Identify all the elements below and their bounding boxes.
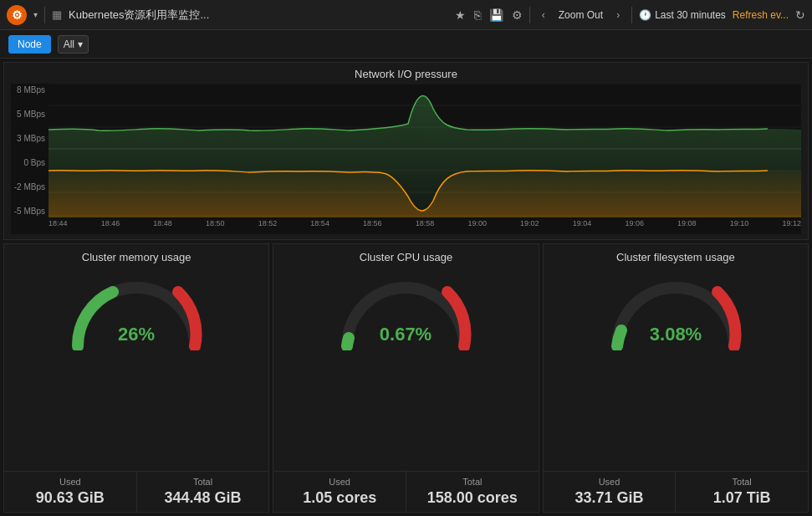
x-label-11: 19:06 <box>625 219 644 234</box>
y-label-5: -5 MBps <box>11 207 45 216</box>
cpu-gauge-svg: 0.67% <box>330 267 481 350</box>
y-label-2: 3 MBps <box>11 134 45 143</box>
fs-gauge-title: Cluster filesystem usage <box>616 251 735 263</box>
cpu-total-stat: Total 158.00 cores <box>406 472 539 512</box>
all-dropdown[interactable]: All ▾ <box>58 35 89 54</box>
x-label-0: 18:44 <box>49 219 68 234</box>
x-label-14: 19:12 <box>782 219 801 234</box>
memory-gauge-panel: Cluster memory usage 26% Used 90.63 GiB <box>3 243 269 513</box>
network-svg <box>49 84 801 217</box>
divider-3 <box>631 7 632 23</box>
chart-y-labels: 8 MBps 5 MBps 3 MBps 0 Bps -2 MBps -5 MB… <box>11 84 49 217</box>
dropdown-arrow-icon: ▾ <box>78 38 83 50</box>
memory-total-stat: Total 344.48 GiB <box>137 472 269 512</box>
fs-total-stat: Total 1.07 TiB <box>676 472 808 512</box>
divider-1 <box>44 7 45 23</box>
fs-used-label: Used <box>599 477 620 487</box>
all-label: All <box>64 38 74 50</box>
network-chart-panel: Network I/O pressure 8 MBps 5 MBps 3 MBp… <box>3 62 809 240</box>
cpu-gauge-container: 0.67% <box>330 267 481 350</box>
divider-2 <box>529 7 530 23</box>
chart-svg-area <box>49 84 801 217</box>
share-icon[interactable]: ⎘ <box>474 8 481 22</box>
zoom-forward-icon[interactable]: › <box>611 8 625 23</box>
network-chart-title: Network I/O pressure <box>11 68 801 80</box>
save-icon[interactable]: 💾 <box>489 8 503 22</box>
svg-text:0.67%: 0.67% <box>380 324 432 345</box>
zoom-controls: ‹ Zoom Out › <box>537 8 625 23</box>
network-chart-area: 8 MBps 5 MBps 3 MBps 0 Bps -2 MBps -5 MB… <box>11 84 801 234</box>
memory-used-stat: Used 90.63 GiB <box>4 472 137 512</box>
fs-total-label: Total <box>733 477 752 487</box>
x-label-4: 18:52 <box>258 219 278 234</box>
fs-gauge-container: 3.08% <box>600 267 751 350</box>
cpu-gauge-title: Cluster CPU usage <box>360 251 452 263</box>
x-label-1: 18:46 <box>101 219 120 234</box>
cpu-total-label: Total <box>462 477 482 487</box>
fs-total-value: 1.07 TiB <box>713 489 771 507</box>
memory-total-label: Total <box>193 477 212 487</box>
fs-used-stat: Used 33.71 GiB <box>544 472 677 512</box>
svg-text:26%: 26% <box>118 324 155 345</box>
memory-gauge-title: Cluster memory usage <box>82 251 192 263</box>
topbar-actions: ★ ⎘ 💾 ⚙ <box>455 8 523 22</box>
gauge-row: Cluster memory usage 26% Used 90.63 GiB <box>3 243 809 513</box>
topbar: ⚙ ▾ ▦ Kubernetes资源利用率监控... ★ ⎘ 💾 ⚙ ‹ Zoo… <box>0 0 812 30</box>
x-label-5: 18:54 <box>310 219 329 234</box>
memory-gauge-container: 26% <box>61 267 212 350</box>
cpu-gauge-panel: Cluster CPU usage 0.67% Used 1.05 cores <box>273 243 539 513</box>
y-label-4: -2 MBps <box>11 182 45 192</box>
dashboard-title: Kubernetes资源利用率监控... <box>69 8 448 23</box>
y-label-0: 8 MBps <box>11 85 45 95</box>
fs-gauge-panel: Cluster filesystem usage 3.08% Used 33.7… <box>543 243 809 513</box>
zoom-back-icon[interactable]: ‹ <box>537 8 550 23</box>
cpu-total-value: 158.00 cores <box>427 489 518 507</box>
x-label-8: 19:00 <box>467 219 487 234</box>
refresh-icon[interactable]: ↻ <box>795 8 805 22</box>
y-label-1: 5 MBps <box>11 110 45 119</box>
x-label-3: 18:50 <box>206 219 225 234</box>
cpu-used-stat: Used 1.05 cores <box>273 472 406 512</box>
main-content: Network I/O pressure 8 MBps 5 MBps 3 MBp… <box>0 59 812 516</box>
memory-total-value: 344.48 GiB <box>164 489 241 507</box>
x-label-7: 18:58 <box>416 219 435 234</box>
y-label-3: 0 Bps <box>11 158 45 167</box>
svg-text:3.08%: 3.08% <box>650 324 702 345</box>
memory-used-label: Used <box>59 477 81 487</box>
refresh-label[interactable]: Refresh ev... <box>733 9 789 21</box>
filterbar: Node All ▾ <box>0 30 812 59</box>
x-label-2: 18:48 <box>153 219 172 234</box>
memory-gauge-stats: Used 90.63 GiB Total 344.48 GiB <box>4 471 268 512</box>
x-label-13: 19:10 <box>730 219 749 234</box>
cpu-used-label: Used <box>329 477 350 487</box>
node-filter-button[interactable]: Node <box>8 35 51 54</box>
time-range[interactable]: 🕐 Last 30 minutes <box>639 9 726 21</box>
chart-x-labels: 18:44 18:46 18:48 18:50 18:52 18:54 18:5… <box>49 219 801 234</box>
app-logo: ⚙ <box>7 5 27 25</box>
x-label-6: 18:56 <box>363 219 382 234</box>
time-label: Last 30 minutes <box>655 9 726 21</box>
star-icon[interactable]: ★ <box>455 8 466 22</box>
fs-gauge-svg: 3.08% <box>600 267 751 350</box>
fs-used-value: 33.71 GiB <box>575 489 643 507</box>
menu-arrow[interactable]: ▾ <box>33 10 38 19</box>
dashboard-icon: ▦ <box>52 8 62 21</box>
clock-icon: 🕐 <box>639 9 651 21</box>
fs-gauge-stats: Used 33.71 GiB Total 1.07 TiB <box>544 471 808 512</box>
x-label-12: 19:08 <box>677 219 697 234</box>
memory-used-value: 90.63 GiB <box>36 489 105 507</box>
zoom-out-button[interactable]: Zoom Out <box>554 8 608 23</box>
memory-gauge-svg: 26% <box>61 267 212 350</box>
settings-icon[interactable]: ⚙ <box>512 8 523 22</box>
cpu-used-value: 1.05 cores <box>303 489 376 507</box>
x-label-10: 19:04 <box>573 219 592 234</box>
x-label-9: 19:02 <box>520 219 539 234</box>
cpu-gauge-stats: Used 1.05 cores Total 158.00 cores <box>273 471 538 512</box>
